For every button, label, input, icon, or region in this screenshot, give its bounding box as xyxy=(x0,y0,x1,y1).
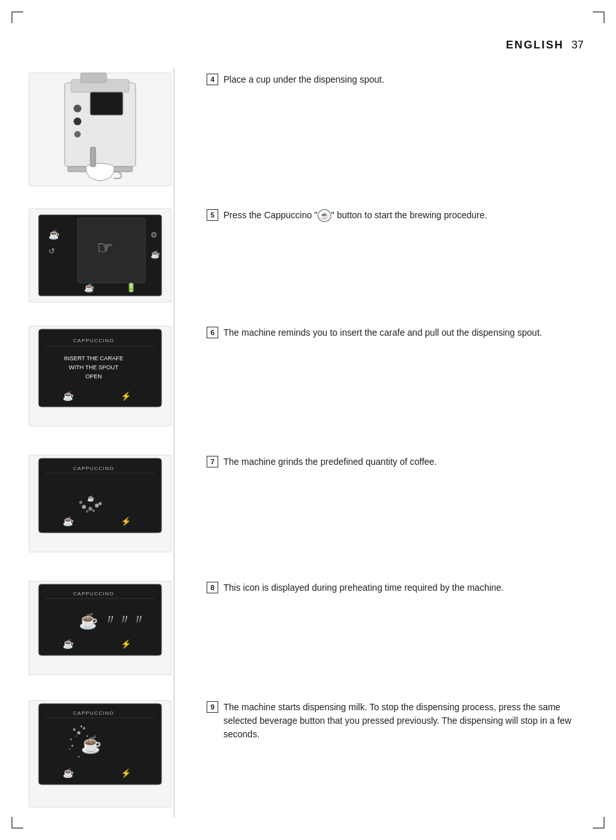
svg-text:INSERT THE CARAFE: INSERT THE CARAFE xyxy=(64,355,123,362)
svg-text:⚡: ⚡ xyxy=(121,639,132,650)
step-8-text-area: 8 This icon is displayed during preheati… xyxy=(190,578,597,595)
svg-text:☕: ☕ xyxy=(79,611,98,630)
step-8-image: CAPPUCCINO ☕ 〃〃〃 ☕ ⚡ xyxy=(19,578,190,681)
svg-point-37 xyxy=(95,504,99,507)
step-8-number: 8 xyxy=(207,582,218,593)
svg-rect-7 xyxy=(90,147,96,167)
corner-mark-tl xyxy=(12,12,23,23)
svg-point-38 xyxy=(79,501,83,504)
step-6-description: The machine reminds you to insert the ca… xyxy=(223,326,584,340)
coffee-machine-svg xyxy=(26,70,174,189)
step-4-number: 4 xyxy=(207,74,218,85)
svg-text:⚙: ⚙ xyxy=(150,230,158,240)
step-5-entry: 5 Press the Cappuccino "☕" button to sta… xyxy=(207,209,584,222)
svg-text:☕: ☕ xyxy=(63,768,74,779)
step-4-text-area: 4 Place a cup under the dispensing spout… xyxy=(190,70,597,87)
step-8-entry: 8 This icon is displayed during preheati… xyxy=(207,581,584,595)
svg-point-10 xyxy=(74,131,81,138)
corner-mark-bl xyxy=(12,817,23,828)
svg-text:⚡: ⚡ xyxy=(121,768,132,779)
step-6-row: CAPPUCCINO INSERT THE CARAFE WITH THE SP… xyxy=(19,323,597,432)
svg-point-59 xyxy=(73,728,76,731)
step-7-description: The machine grinds the predefined quanti… xyxy=(223,455,584,469)
step-5-row: ☕ ↺ ☞ ⚙ ☕ ☕ 🔋 5 Press the Cappuccino "☕"… xyxy=(19,205,597,308)
svg-text:☕: ☕ xyxy=(84,282,95,293)
svg-point-61 xyxy=(70,739,72,741)
svg-text:↺: ↺ xyxy=(48,247,55,256)
step-9-image: CAPPUCCINO ☕ ☕ ⚡ xyxy=(19,697,190,813)
svg-point-36 xyxy=(88,507,92,511)
page-number: 37 xyxy=(571,39,584,52)
step-6-entry: 6 The machine reminds you to insert the … xyxy=(207,326,584,340)
step-6-number: 6 xyxy=(207,327,218,338)
step9-display-svg: CAPPUCCINO ☕ ☕ ⚡ xyxy=(26,697,174,810)
svg-text:CAPPUCCINO: CAPPUCCINO xyxy=(73,591,114,597)
step-7-number: 7 xyxy=(207,456,218,467)
svg-text:⚡: ⚡ xyxy=(121,516,132,527)
step-9-entry: 9 The machine starts dispensing milk. To… xyxy=(207,701,584,741)
svg-text:☕: ☕ xyxy=(150,249,160,259)
svg-text:☕: ☕ xyxy=(81,734,102,755)
step-5-number: 5 xyxy=(207,209,218,221)
svg-point-39 xyxy=(99,502,102,506)
step-4-image xyxy=(19,70,190,192)
svg-point-62 xyxy=(81,726,83,728)
step-9-row: CAPPUCCINO ☕ ☕ ⚡ 9 The machine starts di… xyxy=(19,697,597,813)
page-header: ENGLISH 37 xyxy=(506,39,584,52)
language-label: ENGLISH xyxy=(506,39,564,52)
svg-point-57 xyxy=(77,732,81,735)
svg-text:OPEN: OPEN xyxy=(85,373,102,380)
svg-text:CAPPUCCINO: CAPPUCCINO xyxy=(73,466,114,471)
svg-text:☕: ☕ xyxy=(63,391,74,402)
step-5-text-area: 5 Press the Cappuccino "☕" button to sta… xyxy=(190,205,597,222)
svg-text:☕: ☕ xyxy=(63,516,74,527)
step-7-row: CAPPUCCINO ☕ ☕ ⚡ 7 The machine grinds th… xyxy=(19,452,597,558)
button-panel-svg: ☕ ↺ ☞ ⚙ ☕ ☕ 🔋 xyxy=(26,205,174,305)
svg-rect-3 xyxy=(81,73,107,83)
step-6-image: CAPPUCCINO INSERT THE CARAFE WITH THE SP… xyxy=(19,323,190,432)
step6-display-svg: CAPPUCCINO INSERT THE CARAFE WITH THE SP… xyxy=(26,323,174,429)
step-8-row: CAPPUCCINO ☕ 〃〃〃 ☕ ⚡ 8 This icon is disp… xyxy=(19,578,597,681)
step-5-description: Press the Cappuccino "☕" button to start… xyxy=(223,209,584,222)
svg-text:⚡: ⚡ xyxy=(121,391,132,402)
svg-point-66 xyxy=(69,748,70,750)
step-9-number: 9 xyxy=(207,701,218,713)
step-9-description: The machine starts dispensing milk. To s… xyxy=(223,701,584,741)
svg-text:〃〃〃: 〃〃〃 xyxy=(103,611,146,628)
svg-text:☕: ☕ xyxy=(87,495,95,502)
step-7-text-area: 7 The machine grinds the predefined quan… xyxy=(190,452,597,469)
svg-point-65 xyxy=(78,756,80,758)
step-7-entry: 7 The machine grinds the predefined quan… xyxy=(207,455,584,469)
step-4-entry: 4 Place a cup under the dispensing spout… xyxy=(207,73,584,87)
step-8-description: This icon is displayed during preheating… xyxy=(223,581,584,595)
svg-point-41 xyxy=(92,509,95,512)
svg-text:WITH THE SPOUT: WITH THE SPOUT xyxy=(69,364,119,371)
svg-point-35 xyxy=(82,505,86,509)
step-4-row: 4 Place a cup under the dispensing spout… xyxy=(19,70,597,192)
step-6-text-area: 6 The machine reminds you to insert the … xyxy=(190,323,597,340)
svg-text:☞: ☞ xyxy=(97,238,113,258)
svg-text:CAPPUCCINO: CAPPUCCINO xyxy=(73,338,114,343)
svg-point-9 xyxy=(74,118,81,125)
corner-mark-br xyxy=(593,817,604,828)
svg-point-64 xyxy=(72,745,74,747)
step8-display-svg: CAPPUCCINO ☕ 〃〃〃 ☕ ⚡ xyxy=(26,578,174,678)
svg-point-63 xyxy=(76,735,77,737)
svg-rect-4 xyxy=(90,92,123,115)
svg-point-58 xyxy=(83,727,85,730)
svg-point-60 xyxy=(87,735,88,737)
svg-text:CAPPUCCINO: CAPPUCCINO xyxy=(73,710,114,716)
svg-point-8 xyxy=(74,105,81,112)
step-4-description: Place a cup under the dispensing spout. xyxy=(223,73,584,87)
step-9-text-area: 9 The machine starts dispensing milk. To… xyxy=(190,697,597,741)
svg-text:🔋: 🔋 xyxy=(126,282,137,293)
corner-mark-tr xyxy=(593,12,604,23)
svg-text:☕: ☕ xyxy=(63,639,74,650)
svg-text:☕: ☕ xyxy=(48,229,60,240)
svg-point-40 xyxy=(86,510,88,513)
step-7-image: CAPPUCCINO ☕ ☕ ⚡ xyxy=(19,452,190,558)
step7-display-svg: CAPPUCCINO ☕ ☕ ⚡ xyxy=(26,452,174,555)
step-5-image: ☕ ↺ ☞ ⚙ ☕ ☕ 🔋 xyxy=(19,205,190,308)
